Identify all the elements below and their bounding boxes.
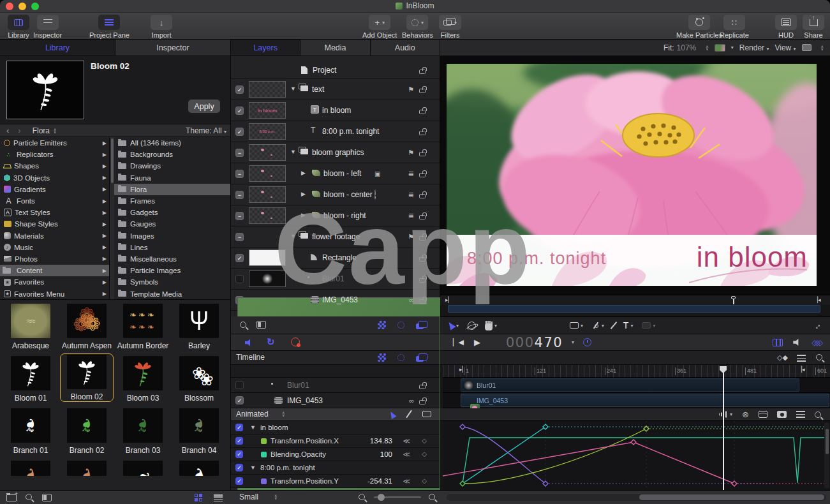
previous-frame-button[interactable]: ▏◀: [453, 338, 464, 346]
keyframe-row-8-00-p-m-tonight[interactable]: ▼8:00 p.m. tonight: [231, 461, 440, 475]
select-tool-icon[interactable]: [388, 410, 396, 419]
parameter-checkbox[interactable]: [235, 477, 243, 485]
visibility-checkbox[interactable]: [235, 212, 244, 220]
library-item-arabesque[interactable]: ≈≈Arabesque: [4, 304, 57, 350]
visibility-checkbox[interactable]: [235, 233, 244, 241]
text-tool[interactable]: T▾: [623, 320, 634, 330]
list-view-icon[interactable]: [214, 494, 223, 501]
track-bar-blur01[interactable]: Blur01: [461, 378, 799, 392]
fit-curves-icon[interactable]: [759, 411, 767, 418]
tab-media[interactable]: Media: [300, 40, 370, 56]
sliders-icon[interactable]: [797, 355, 806, 362]
gear-icon[interactable]: [374, 189, 376, 200]
parameter-value[interactable]: 100: [354, 450, 392, 458]
link-icon[interactable]: [409, 396, 414, 405]
select-tool[interactable]: ▾: [448, 322, 459, 329]
disclosure-right-icon[interactable]: ▶: [301, 191, 306, 197]
panel-icon[interactable]: [256, 321, 266, 329]
tab-library[interactable]: Library: [0, 40, 115, 56]
library-item-branch-01[interactable]: ❧Branch 01: [4, 408, 57, 455]
view-menu[interactable]: View ▾: [774, 43, 796, 52]
disclosure-down-icon[interactable]: ▼: [290, 149, 296, 155]
add-frame-icon[interactable]: [422, 411, 431, 417]
library-item-bloom-02[interactable]: Bloom 02: [60, 353, 114, 402]
keyframe-curve-editor[interactable]: [443, 421, 830, 490]
render-menu[interactable]: Render ▾: [739, 43, 769, 52]
library-item-leaves-12[interactable]: ❧: [4, 461, 57, 476]
layers-view-icon[interactable]: [416, 323, 424, 329]
keyframe-diamond-icon[interactable]: ◇: [422, 477, 427, 484]
orbit-tool[interactable]: [468, 322, 476, 330]
tab-layers[interactable]: Layers: [231, 40, 300, 56]
stack-icon[interactable]: [408, 190, 414, 199]
parameter-value[interactable]: -254.31: [354, 477, 392, 485]
toolbar-share[interactable]: Share: [803, 15, 824, 39]
tab-inspector[interactable]: Inspector: [115, 40, 231, 56]
layer-row-rectangle[interactable]: Rectangle: [231, 248, 440, 269]
track-header-blur01[interactable]: Blur01: [231, 378, 440, 393]
timeline-zoom-slider[interactable]: [374, 496, 421, 498]
checker-view-icon[interactable]: [378, 321, 386, 329]
folder-item-all-1346-items[interactable]: All (1346 items): [114, 137, 230, 149]
panel-icon[interactable]: [42, 494, 52, 501]
search-icon[interactable]: [26, 494, 32, 500]
lock-icon[interactable]: [419, 173, 426, 177]
hscrollbar-thumb[interactable]: [639, 494, 824, 500]
folder-item-gadgets[interactable]: Gadgets: [114, 207, 230, 218]
library-item-autumn-border[interactable]: ❧❧❧❧❧❧Autumn Border: [116, 304, 170, 350]
mini-timeline-bar[interactable]: [448, 305, 820, 313]
paint-stroke-tool[interactable]: [611, 322, 617, 329]
category-scrollbar[interactable]: [110, 137, 114, 299]
audio-mute-icon[interactable]: [245, 339, 253, 346]
clear-curves-icon[interactable]: ⊗: [742, 410, 749, 419]
library-item-barley[interactable]: ΨBarley: [172, 304, 226, 350]
visibility-checkbox[interactable]: [235, 170, 244, 178]
lock-icon[interactable]: [419, 400, 426, 404]
loop-icon[interactable]: ↻: [267, 336, 275, 348]
fit-value[interactable]: 107%: [677, 43, 697, 52]
canvas-color-swatch[interactable]: [715, 44, 725, 52]
visibility-checkbox[interactable]: [235, 254, 244, 262]
layer-row-bloom-graphics[interactable]: ▼bloom graphics: [231, 142, 440, 163]
lock-icon[interactable]: [419, 299, 426, 304]
previous-keyframe-icon[interactable]: ≪: [403, 450, 409, 459]
toolbar-project-pane[interactable]: Project Pane: [89, 15, 130, 39]
sidebar-item-favorites[interactable]: ★Favorites▶: [0, 276, 109, 288]
folder-item-template-media[interactable]: Template Media: [114, 288, 230, 299]
sidebar-item-content[interactable]: Content▶: [0, 265, 109, 276]
folder-item-frames[interactable]: Frames: [114, 195, 230, 207]
timer-icon[interactable]: [583, 338, 591, 346]
film-overlay-icon[interactable]: [773, 339, 783, 346]
curve-display-menu[interactable]: ▾: [719, 411, 732, 418]
curve-scrollbar[interactable]: [824, 422, 829, 489]
folder-item-lines[interactable]: Lines: [114, 242, 230, 253]
library-item-fern2-15[interactable]: ❧: [172, 461, 226, 476]
sidebar-item-materials[interactable]: Materials▶: [0, 230, 109, 242]
out-point-marker[interactable]: ▕◂: [813, 297, 820, 303]
folder-item-particle-images[interactable]: Particle Images: [114, 265, 230, 276]
parameter-checkbox[interactable]: [235, 437, 243, 445]
folder-item-flora[interactable]: Flora: [114, 184, 230, 195]
toolbar-make-particles[interactable]: Make Particles: [676, 15, 722, 39]
in-point-marker[interactable]: ▸▏: [445, 297, 452, 303]
sidebar-item-gradients[interactable]: Gradients▶: [0, 184, 109, 195]
library-item-blossom[interactable]: ❀Blossom: [172, 356, 226, 403]
sidebar-item-shapes[interactable]: Shapes▶: [0, 160, 109, 172]
mask-tool[interactable]: ▾: [642, 322, 655, 329]
snapshot-icon[interactable]: [777, 411, 787, 418]
back-arrow[interactable]: ‹: [6, 126, 9, 135]
ruler-out-marker[interactable]: ▕◂: [797, 366, 804, 373]
lock-icon[interactable]: [419, 236, 426, 241]
keyframe-row-transform-position-y[interactable]: Transform.Position.Y-254.31≪◇: [231, 475, 440, 488]
timeline-hscrollbar[interactable]: [447, 494, 826, 501]
toolbar-filters[interactable]: ▾ Filters: [439, 15, 461, 39]
link-icon[interactable]: [409, 295, 414, 304]
gear-icon[interactable]: [397, 322, 404, 329]
mini-timeline[interactable]: ▸▏ ▕◂: [440, 295, 830, 305]
stack-icon[interactable]: [408, 211, 414, 220]
mini-playhead-knob[interactable]: [731, 296, 736, 299]
apply-button[interactable]: Apply: [188, 100, 220, 113]
flag-icon[interactable]: [408, 232, 414, 241]
sliders-icon[interactable]: [796, 411, 805, 418]
visibility-checkbox[interactable]: [235, 107, 244, 115]
